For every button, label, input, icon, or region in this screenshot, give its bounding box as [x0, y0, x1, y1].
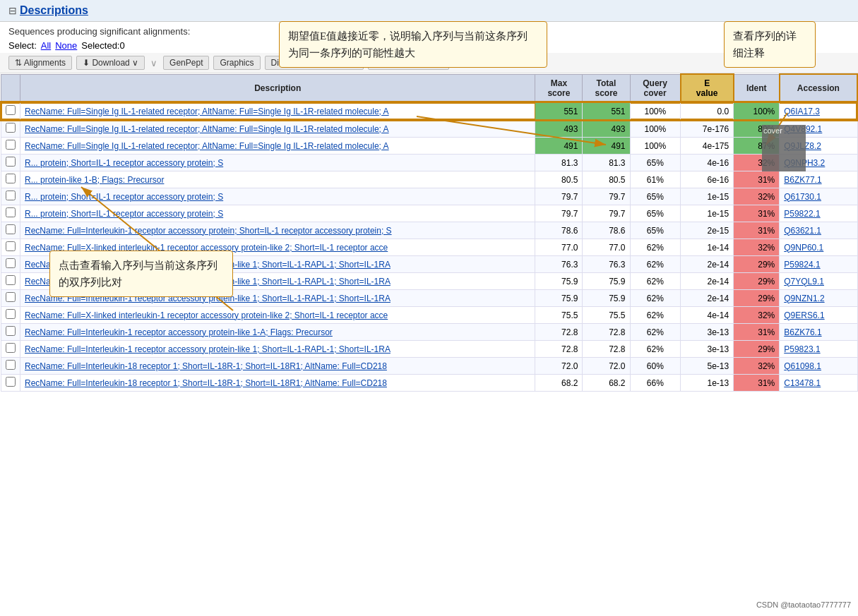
description-link[interactable]: RecName: Full=Interleukin-18 receptor 1;… [25, 361, 387, 371]
description-link[interactable]: R... protein; Short=IL-1 receptor access… [25, 209, 223, 219]
row-checkbox-cell [1, 102, 20, 120]
row-checkbox[interactable] [6, 360, 16, 370]
row-description: R... protein-like 1-B; Flags: Precursor [20, 171, 535, 188]
select-all-link[interactable]: All [41, 40, 51, 51]
description-link[interactable]: R... protein-like 1-B; Flags: Precursor [25, 175, 164, 185]
row-accession: P59822.1 [780, 205, 857, 222]
row-e-value: 4e-16 [681, 155, 734, 171]
row-query-cover: 65% [630, 155, 681, 171]
descriptions-link[interactable]: Descriptions [20, 4, 88, 17]
row-checkbox[interactable] [6, 123, 16, 133]
row-checkbox[interactable] [6, 309, 16, 319]
row-accession: Q9NP60.1 [780, 239, 857, 256]
row-ident: 32% [734, 358, 780, 375]
row-query-cover: 62% [630, 341, 681, 358]
description-link[interactable]: RecName: Full=Interleukin-1 receptor acc… [25, 344, 391, 354]
description-link[interactable]: R... protein; Short=IL-1 receptor access… [25, 158, 223, 168]
accession-link[interactable]: Q9NP60.1 [784, 243, 823, 253]
csdn-watermark: CSDN @taotaotao7777777 [756, 600, 851, 609]
accession-link[interactable]: Q9ERS6.1 [784, 310, 824, 320]
row-checkbox-cell [1, 324, 20, 341]
row-checkbox-cell [1, 341, 20, 358]
accession-link[interactable]: C13478.1 [784, 378, 821, 388]
select-none-link[interactable]: None [55, 40, 77, 51]
table-row: RecName: Full=Interleukin-1 receptor acc… [1, 222, 857, 239]
row-ident: 100% [734, 102, 780, 120]
accession-link[interactable]: Q6IA17.3 [784, 107, 820, 116]
accession-link[interactable]: Q61098.1 [784, 361, 821, 371]
row-total-score: 72.0 [583, 358, 630, 375]
description-link[interactable]: RecName: Full=Interleukin-18 receptor 1;… [25, 378, 387, 388]
row-checkbox[interactable] [6, 343, 16, 353]
accession-link[interactable]: P59824.1 [784, 260, 820, 270]
row-description: R... protein; Short=IL-1 receptor access… [20, 188, 535, 205]
row-accession: Q7YQL9.1 [780, 273, 857, 290]
row-description: RecName: Full=Interleukin-1 receptor acc… [20, 324, 535, 341]
description-link[interactable]: RecName: Full=Single Ig IL-1-related rec… [25, 141, 389, 151]
row-checkbox[interactable] [6, 174, 16, 183]
row-ident: 31% [734, 171, 780, 188]
row-checkbox[interactable] [6, 140, 16, 150]
accession-link[interactable]: P59823.1 [784, 344, 820, 354]
row-checkbox-cell [1, 239, 20, 256]
row-max-score: 68.2 [535, 375, 583, 392]
results-table-container[interactable]: Description Maxscore Totalscore Querycov… [0, 73, 858, 392]
row-total-score: 77.0 [583, 239, 630, 256]
row-checkbox[interactable] [6, 377, 16, 387]
table-row: RecName: Full=Interleukin-18 receptor 1;… [1, 358, 857, 375]
row-checkbox-cell [1, 256, 20, 273]
collapse-button[interactable]: ⊟ [8, 5, 17, 16]
description-link[interactable]: RecName: Full=Interleukin-1 receptor acc… [25, 226, 392, 236]
row-description: RecName: Full=Interleukin-1 receptor acc… [20, 341, 535, 358]
row-accession: B6ZK77.1 [780, 171, 857, 188]
row-checkbox[interactable] [6, 275, 16, 285]
description-link[interactable]: RecName: Full=X-linked interleukin-1 rec… [25, 310, 388, 320]
row-max-score: 78.6 [535, 222, 583, 239]
row-checkbox[interactable] [6, 326, 16, 336]
row-checkbox[interactable] [6, 157, 16, 167]
select-label: Select: [8, 40, 37, 51]
row-total-score: 72.8 [583, 341, 630, 358]
row-checkbox[interactable] [6, 105, 16, 115]
accession-link[interactable]: B6ZK77.1 [784, 175, 821, 185]
accession-link[interactable]: B6ZK76.1 [784, 327, 821, 337]
row-e-value: 1e-13 [681, 375, 734, 392]
description-link[interactable]: RecName: Full=Single Ig IL-1-related rec… [25, 124, 389, 134]
row-checkbox[interactable] [6, 207, 16, 217]
row-accession: Q6IA17.3 [780, 102, 857, 120]
row-checkbox[interactable] [6, 191, 16, 200]
description-link[interactable]: R... protein; Short=IL-1 receptor access… [25, 192, 223, 202]
description-link[interactable]: RecName: Full=Single Ig IL-1-related rec… [25, 107, 389, 116]
row-checkbox[interactable] [6, 292, 16, 302]
genbank-button[interactable]: GenPept [163, 56, 209, 70]
accession-link[interactable]: Q7YQL9.1 [784, 277, 824, 286]
description-link[interactable]: RecName: Full=Interleukin-1 receptor acc… [25, 327, 333, 337]
row-e-value: 7e-176 [681, 120, 734, 138]
row-checkbox[interactable] [6, 258, 16, 268]
table-body: RecName: Full=Single Ig IL-1-related rec… [1, 102, 857, 392]
col-checkbox [1, 74, 20, 102]
row-max-score: 76.3 [535, 256, 583, 273]
alignments-button[interactable]: ⇅ Alignments [8, 56, 72, 70]
graphics-button[interactable]: Graphics [213, 56, 260, 70]
row-description: RecName: Full=X-linked interleukin-1 rec… [20, 307, 535, 324]
col-e-value: Evalue [681, 74, 734, 102]
row-checkbox[interactable] [6, 241, 16, 251]
accession-link[interactable]: Q61730.1 [784, 192, 821, 202]
row-checkbox-cell [1, 358, 20, 375]
accession-link[interactable]: Q63621.1 [784, 226, 821, 236]
tooltip-compare-text: 点击查看输入序列与当前这条序列的双序列比对 [59, 260, 218, 288]
row-total-score: 491 [583, 138, 630, 155]
row-checkbox[interactable] [6, 224, 16, 234]
row-accession: C13478.1 [780, 375, 857, 392]
row-query-cover: 62% [630, 307, 681, 324]
accession-link[interactable]: Q9NZN1.2 [784, 294, 824, 303]
row-query-cover: 62% [630, 324, 681, 341]
row-query-cover: 100% [630, 120, 681, 138]
row-total-score: 68.2 [583, 375, 630, 392]
download-button[interactable]: ⬇ Download ∨ [76, 56, 145, 70]
row-e-value: 2e-14 [681, 273, 734, 290]
row-total-score: 75.5 [583, 307, 630, 324]
row-checkbox-cell [1, 171, 20, 188]
accession-link[interactable]: P59822.1 [784, 209, 820, 219]
